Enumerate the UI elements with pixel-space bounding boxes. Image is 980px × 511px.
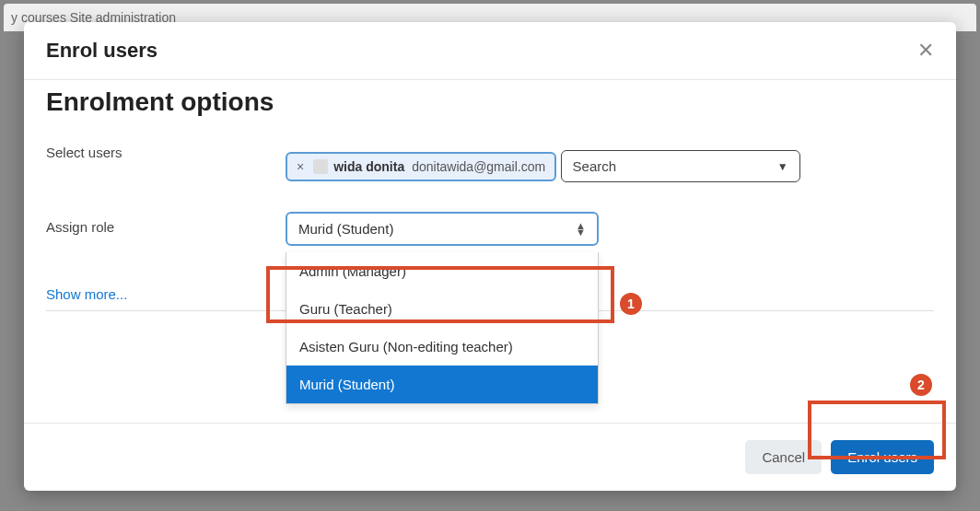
search-placeholder: Search (573, 158, 617, 174)
enrol-users-button[interactable]: Enrol users (831, 440, 934, 474)
select-users-label: Select users (46, 137, 286, 160)
role-selected-value: Murid (Student) (298, 221, 393, 237)
select-users-control: × wida donita donitawida@gmail.com Searc… (286, 137, 934, 182)
show-more-link[interactable]: Show more... (46, 286, 127, 302)
annotation-marker-1: 1 (620, 293, 642, 315)
role-option-admin[interactable]: Admin (Manager) (286, 252, 598, 290)
modal-header: Enrol users ✕ (24, 22, 956, 80)
modal-title: Enrol users (46, 39, 158, 63)
cancel-button[interactable]: Cancel (745, 440, 822, 474)
search-dropdown[interactable]: Search ▼ (561, 150, 800, 182)
user-email: donitawida@gmail.com (412, 159, 545, 174)
assign-role-row: Assign role Murid (Student) ▲▼ Admin (Ma… (46, 212, 934, 246)
role-select-wrapper: Murid (Student) ▲▼ Admin (Manager) Guru … (286, 212, 599, 246)
chevron-down-icon: ▼ (777, 160, 788, 173)
modal-footer: Cancel Enrol users (24, 423, 956, 491)
avatar (313, 159, 328, 174)
role-select[interactable]: Murid (Student) ▲▼ (286, 212, 599, 246)
assign-role-control: Murid (Student) ▲▼ Admin (Manager) Guru … (286, 212, 934, 246)
section-title: Enrolment options (46, 87, 934, 117)
select-users-row: Select users × wida donita donitawida@gm… (46, 137, 934, 182)
user-chip[interactable]: × wida donita donitawida@gmail.com (286, 152, 556, 181)
role-option-murid[interactable]: Murid (Student) (286, 366, 598, 403)
updown-icon: ▲▼ (576, 223, 586, 235)
user-name: wida donita (333, 159, 404, 174)
annotation-marker-2: 2 (910, 374, 932, 396)
enrol-users-modal: Enrol users ✕ Enrolment options Select u… (24, 22, 956, 491)
role-option-guru[interactable]: Guru (Teacher) (286, 290, 598, 328)
close-icon[interactable]: ✕ (917, 41, 934, 61)
role-option-asisten[interactable]: Asisten Guru (Non-editing teacher) (286, 328, 598, 366)
role-dropdown: Admin (Manager) Guru (Teacher) Asisten G… (286, 252, 599, 404)
remove-user-icon[interactable]: × (297, 159, 304, 174)
assign-role-label: Assign role (46, 212, 286, 235)
modal-body: Enrolment options Select users × wida do… (24, 80, 956, 423)
